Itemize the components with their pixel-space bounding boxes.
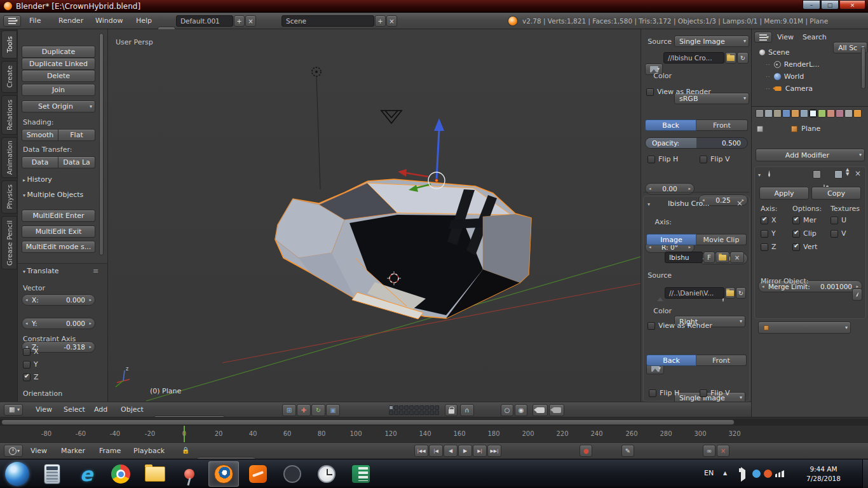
play-button[interactable]: ▶ — [458, 445, 472, 457]
unlink-icon[interactable]: × — [717, 445, 729, 457]
set-origin-button[interactable]: Set Origin — [22, 100, 95, 112]
proportional-edit-icon[interactable]: ○ — [501, 404, 513, 416]
timeline-ruler[interactable]: -80 -60 -40 -20 0 20 40 60 80 100 120 14… — [0, 417, 868, 442]
current-frame-marker[interactable] — [184, 426, 185, 443]
minimize-button[interactable]: – — [803, 0, 820, 10]
outliner-menu-view[interactable]: View — [777, 33, 794, 41]
add-layout-button[interactable]: + — [234, 15, 245, 27]
data-transfer-layout-button[interactable]: Data La — [58, 156, 95, 168]
proportional-falloff-icon[interactable]: ◉ — [515, 404, 527, 416]
bg2-flip-v-checkbox[interactable] — [700, 390, 707, 397]
outliner-editor-icon[interactable] — [754, 32, 772, 43]
join-button[interactable]: Join — [22, 84, 95, 96]
tray-icon-a[interactable] — [752, 470, 761, 478]
tray-expand-icon[interactable]: ▲ — [723, 470, 727, 476]
bg2-fake-user-button[interactable]: F — [703, 252, 715, 263]
bg2-expand-header[interactable] — [648, 200, 650, 208]
bg2-movieclip-tab[interactable]: Movie Clip — [696, 234, 747, 245]
pin-icon[interactable] — [174, 461, 205, 487]
modifier-apply-button[interactable]: Apply — [759, 187, 809, 200]
shade-flat-button[interactable]: Flat — [58, 129, 95, 141]
bg2-filepath-field[interactable]: //..\Daniel\V... — [665, 287, 724, 299]
outliner-item-camera[interactable]: ·· Camera — [766, 85, 813, 93]
play-reverse-button[interactable]: ◀ — [444, 445, 458, 457]
duplicate-button[interactable]: Duplicate — [22, 46, 95, 58]
viewport-editor-icon[interactable] — [4, 404, 23, 416]
close-button[interactable]: × — [839, 0, 865, 10]
multiedit-enter-button[interactable]: MultiEdit Enter — [22, 210, 95, 222]
translate-y-field[interactable]: Y: 0.000 — [22, 318, 95, 329]
mirror-vert-checkbox[interactable] — [792, 243, 800, 251]
delete-button[interactable]: Delete — [22, 70, 95, 82]
bg1-source-select[interactable]: Single Image — [674, 36, 749, 47]
bg1-back-button[interactable]: Back — [645, 119, 696, 131]
view-menu[interactable]: View — [36, 405, 52, 414]
lock-range-icon[interactable]: 🔒 — [182, 447, 189, 454]
tab-scene-icon[interactable] — [773, 109, 782, 118]
camera-object-icon[interactable] — [381, 111, 402, 123]
tab-tools[interactable]: Tools — [1, 30, 17, 58]
bg1-flip-v-checkbox[interactable] — [700, 156, 707, 163]
viewport-canvas[interactable]: z — [108, 29, 641, 402]
multiedit-mode-button[interactable]: MultiEdit mode s... — [22, 241, 95, 253]
delete-scene-button[interactable]: × — [386, 15, 397, 27]
translate-manip-icon[interactable]: ✚ — [297, 404, 311, 416]
outliner-menu-search[interactable]: Search — [803, 33, 827, 41]
constraint-x-checkbox[interactable] — [23, 348, 31, 356]
bg2-reload-icon[interactable]: ↻ — [736, 287, 746, 299]
mirror-u-checkbox[interactable] — [831, 217, 838, 224]
volume-icon[interactable] — [741, 467, 745, 482]
multiedit-exit-button[interactable]: MultiEdit Exit — [22, 226, 95, 238]
duplicate-linked-button[interactable]: Duplicate Linked — [22, 58, 95, 70]
modifier-render-toggle-icon[interactable] — [813, 170, 821, 179]
toolshelf-scrollbar[interactable] — [99, 33, 104, 255]
menu-help[interactable]: Help — [136, 13, 152, 29]
timeline-menu-marker[interactable]: Marker — [61, 447, 85, 455]
mirror-y-checkbox[interactable] — [761, 230, 768, 238]
lock-icon[interactable] — [445, 404, 458, 416]
outliner-item-scene[interactable]: Scene — [759, 48, 790, 57]
bg2-browse-icon[interactable] — [725, 287, 735, 299]
history-panel-header[interactable]: History — [23, 175, 52, 184]
mirror-clip-checkbox[interactable] — [792, 230, 800, 238]
tab-relations[interactable]: Relations — [1, 95, 17, 135]
gimp-icon[interactable] — [277, 461, 308, 487]
mirror-merge-checkbox[interactable] — [792, 217, 800, 224]
record-button[interactable]: ● — [580, 445, 592, 457]
scale-manip-icon[interactable]: ▣ — [326, 404, 340, 416]
explorer-icon[interactable] — [140, 461, 170, 487]
bg1-view-as-render-checkbox[interactable] — [646, 88, 654, 96]
beamng-icon[interactable] — [243, 461, 273, 487]
screen-layout-name[interactable]: Default.001 — [176, 15, 233, 27]
info-editor-icon[interactable] — [3, 15, 21, 27]
mirror-v-checkbox[interactable] — [831, 230, 838, 238]
translate-panel-header[interactable]: Translate — [23, 267, 59, 275]
clock-app-icon[interactable] — [311, 461, 342, 487]
bg2-back-button[interactable]: Back — [646, 355, 696, 366]
timeline-editor-icon[interactable] — [4, 445, 23, 457]
start-button[interactable] — [5, 462, 29, 486]
maximize-button[interactable]: □ — [821, 0, 839, 10]
add-scene-button[interactable]: + — [375, 15, 386, 27]
multiple-objects-panel-header[interactable]: Multiple Objects — [23, 191, 83, 199]
bg2-open-icon[interactable] — [715, 252, 729, 263]
manipulator-toggle-icon[interactable]: ⊞ — [282, 404, 296, 416]
menu-file[interactable]: File — [29, 13, 41, 29]
outliner-item-renderlayers[interactable]: ·· RenderL... — [766, 60, 820, 69]
shade-smooth-button[interactable]: Smooth — [22, 129, 58, 141]
modifier-delete-icon[interactable]: × — [855, 169, 861, 178]
bg1-offset-x-field[interactable]: 0.00 — [645, 183, 695, 194]
timeline-scrollbar[interactable] — [1, 419, 735, 425]
modifier-editmode-toggle-icon[interactable] — [834, 170, 843, 179]
rotate-manip-icon[interactable]: ↻ — [311, 404, 325, 416]
outliner-item-world[interactable]: ·· World — [766, 72, 804, 81]
modifier-expand-icon[interactable] — [758, 170, 761, 179]
bg1-front-button[interactable]: Front — [696, 119, 748, 131]
panel-drag-icon[interactable]: ≡ — [93, 267, 98, 275]
tray-icon-b[interactable] — [764, 470, 772, 478]
tab-modifiers-icon[interactable] — [809, 109, 817, 118]
bg2-remove-icon[interactable]: × — [736, 199, 743, 208]
jump-start-button[interactable]: |◀◀ — [414, 445, 428, 457]
car-mesh[interactable] — [275, 179, 531, 319]
magnet-icon[interactable]: ∩ — [460, 404, 474, 416]
